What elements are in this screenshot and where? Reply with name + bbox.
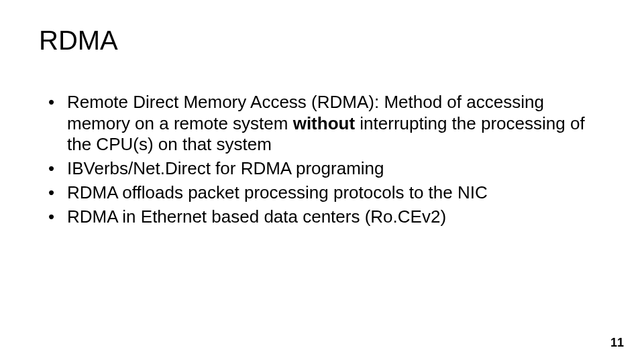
slide-container: RDMA Remote Direct Memory Access (RDMA):… bbox=[0, 0, 644, 362]
page-number: 11 bbox=[610, 336, 624, 350]
bullet-text-pre: IBVerbs/Net.Direct for RDMA programing bbox=[67, 158, 384, 178]
list-item: RDMA offloads packet processing protocol… bbox=[39, 182, 605, 204]
bullet-text-bold: without bbox=[293, 113, 355, 133]
slide-title: RDMA bbox=[39, 25, 605, 56]
bullet-text-pre: RDMA offloads packet processing protocol… bbox=[67, 182, 488, 202]
bullet-list: Remote Direct Memory Access (RDMA): Meth… bbox=[39, 92, 605, 227]
bullet-text-pre: RDMA in Ethernet based data centers (Ro.… bbox=[67, 206, 446, 227]
list-item: IBVerbs/Net.Direct for RDMA programing bbox=[39, 158, 605, 180]
list-item: Remote Direct Memory Access (RDMA): Meth… bbox=[39, 92, 605, 156]
list-item: RDMA in Ethernet based data centers (Ro.… bbox=[39, 206, 605, 228]
